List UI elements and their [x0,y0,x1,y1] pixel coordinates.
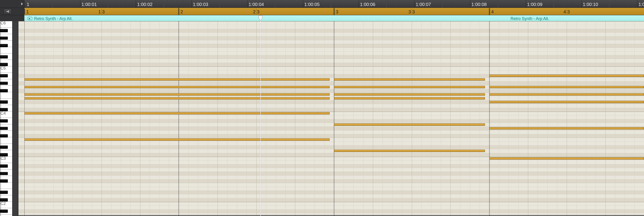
time-label: 1:00:09 [527,2,542,7]
time-tick [247,0,248,8]
bar-number-label: 2 [180,9,183,14]
bar-beat-label: 3 3 [408,9,415,14]
time-label: 1:00:01 [82,2,97,7]
midi-note[interactable] [24,112,330,114]
bar-beat-label: 2 3 [253,9,260,14]
time-tick [358,0,359,8]
svg-rect-0 [8,10,9,12]
midi-note[interactable] [334,93,485,96]
time-tick [582,0,582,8]
bar-ruler[interactable]: 11 322 333 344 3 [0,8,644,15]
time-tick [637,0,637,8]
bar-beat-label: 1 3 [98,9,105,14]
time-label: 1:00:03 [193,2,208,7]
midi-note[interactable] [334,78,485,80]
midi-note[interactable] [489,127,644,130]
time-tick [80,0,80,8]
piano-keyboard[interactable]: C6C5C4C3C2 [0,21,18,216]
piano-roll-editor: 1 1:00:011:00:021:00:031:00:041:00:051:0… [0,0,644,216]
midi-note[interactable] [334,124,485,126]
midi-note[interactable] [334,97,485,100]
time-label: 1:00:05 [304,2,320,7]
piano-roll[interactable]: C6C5C4C3C2 [0,21,644,216]
ruler-divider [19,0,20,7]
time-tick [470,0,470,8]
time-label: 1:00:08 [472,2,487,7]
time-label: 1:00:04 [248,2,264,7]
midi-note[interactable] [489,101,644,103]
playhead-marker-icon[interactable] [258,15,262,20]
midi-note[interactable] [24,78,330,80]
region-b-name: Retro Synth - Arp Alt. [510,16,549,21]
time-tick [303,0,303,8]
white-key[interactable] [0,214,12,216]
time-label: 1:00: [638,2,644,7]
white-key[interactable] [0,182,12,189]
white-key[interactable] [0,137,12,144]
time-start-label: 1 [27,2,29,7]
time-tick [192,0,192,8]
midi-note[interactable] [24,138,330,141]
midi-note[interactable] [24,97,330,100]
note-grid[interactable] [18,21,644,216]
bar-number-label: 4 [491,9,494,14]
white-key[interactable] [0,47,12,54]
midi-note[interactable] [489,86,644,88]
bar-number-label: 3 [336,9,338,14]
play-from-start-icon[interactable] [21,2,23,5]
time-tick [526,0,526,8]
white-key[interactable] [0,92,12,98]
time-ruler[interactable]: 1 1:00:011:00:021:00:031:00:041:00:051:0… [0,0,644,8]
time-label: 1:00:06 [360,2,376,7]
time-tick [414,0,414,8]
bar-number-label: 1 [26,9,29,14]
catch-playhead-button[interactable] [4,9,12,14]
catch-icon [6,10,10,13]
midi-note[interactable] [489,93,644,96]
loop-icon [28,17,32,20]
midi-note[interactable] [24,93,330,96]
region-a-name: Retro Synth - Arp Alt. [34,16,73,21]
region-header-row: Retro Synth - Arp Alt. Retro Synth - Arp… [0,15,644,21]
midi-note[interactable] [489,157,644,160]
midi-note[interactable] [334,86,485,88]
midi-note[interactable] [24,86,330,88]
midi-note[interactable] [489,74,644,77]
time-tick [136,0,136,8]
bar-beat-label: 4 3 [564,9,570,14]
time-label: 1:00:10 [583,2,598,7]
midi-note[interactable] [334,150,485,152]
region-a[interactable]: Retro Synth - Arp Alt. [24,15,489,21]
time-label: 1:00:07 [416,2,431,7]
time-label: 1:00:02 [137,2,152,7]
region-b[interactable]: Retro Synth - Arp Alt. [489,15,644,21]
